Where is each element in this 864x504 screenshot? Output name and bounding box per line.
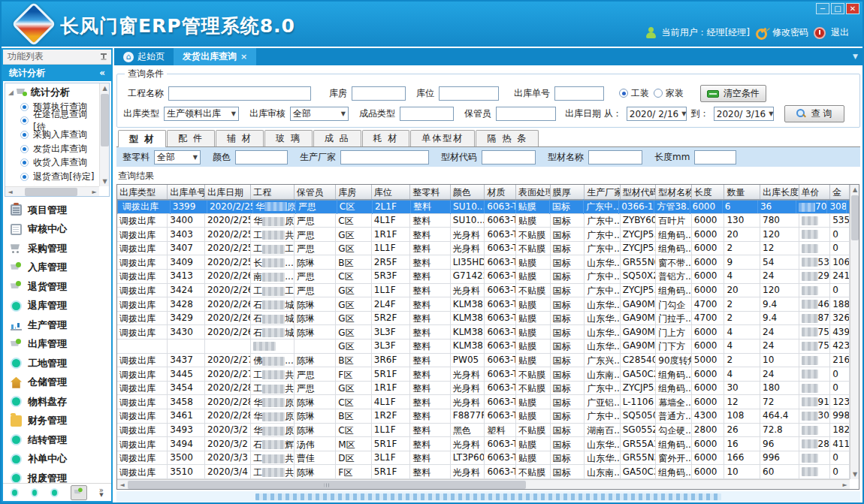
table-row[interactable]: 调拨出库34092020/2/25长...陈琳B区2R5F整料LI35HD606… bbox=[117, 255, 850, 270]
sidebar-item-物料盘存[interactable]: 物料盘存 bbox=[3, 392, 111, 412]
table-row[interactable]: 调拨出库34132020/2/26南...严思C区5R3F整料G71422606… bbox=[117, 270, 850, 284]
filter-input-生产厂家[interactable] bbox=[340, 150, 429, 164]
sidebar-item-补单中心[interactable]: 补单中心 bbox=[3, 450, 111, 469]
column-header-数量[interactable]: 数量 bbox=[724, 185, 760, 199]
table-row[interactable]: 调拨出库34292020/2/26石城陈琳G区5R2F整料KLM38176063… bbox=[117, 312, 850, 326]
tree-expand-icon[interactable]: ◢ bbox=[8, 89, 14, 96]
table-row[interactable]: 调拨出库34032020/2/25工共工程严思G区1R1F整料光身料6063-T… bbox=[117, 228, 850, 242]
column-header-出库类型[interactable]: 出库类型 bbox=[117, 185, 168, 199]
tree-item-采购入库查询[interactable]: 采购入库查询 bbox=[8, 128, 98, 142]
tree-item-收货入库查询[interactable]: 收货入库查询 bbox=[8, 155, 98, 170]
column-header-出库单号[interactable]: 出库单号 bbox=[168, 185, 205, 199]
module-dot-icon[interactable] bbox=[11, 488, 19, 497]
module-dot-icon[interactable] bbox=[31, 488, 39, 497]
tree-vertical-scrollbar[interactable]: ▲ ▼ bbox=[99, 83, 109, 186]
tree-item-退库管理[待定][interactable]: 退库管理[待定] bbox=[8, 184, 98, 186]
material-tab-耗材[interactable]: 耗 材 bbox=[362, 130, 410, 146]
sidebar-item-报废管理[interactable]: 报废管理 bbox=[3, 469, 111, 483]
table-row[interactable]: 调拨出库34942020/3/2石辉城汤伟M区5R1F整料光身料6063-T5贴… bbox=[117, 437, 850, 451]
outbound-type-select[interactable]: 生产领料出库▼ bbox=[164, 107, 239, 121]
column-header-库房[interactable]: 库房 bbox=[336, 185, 372, 199]
table-row[interactable]: 调拨出库34372020/2/27佛...陈琳B区3R6F整料PW056063-… bbox=[117, 354, 850, 368]
search-button[interactable]: 查 询 bbox=[784, 105, 844, 122]
collapse-icon[interactable]: « bbox=[99, 68, 105, 78]
table-row[interactable]: G区3L3F整料KLM38176063-T5贴膜国标山东华...GA90M09.… bbox=[117, 340, 850, 354]
tree-item-发货出库查询[interactable]: 发货出库查询 bbox=[8, 142, 98, 156]
stats-section-header[interactable]: 统计分析 « bbox=[3, 65, 111, 81]
tab-shipment-outbound-query[interactable]: 发货出库查询 × bbox=[174, 48, 256, 65]
column-header-材质[interactable]: 材质 bbox=[485, 185, 516, 199]
module-cart-button[interactable] bbox=[71, 485, 87, 500]
jiazhuang-radio[interactable]: 家装 bbox=[654, 87, 684, 100]
sidebar-item-采购管理[interactable]: 采购管理 bbox=[3, 239, 111, 258]
maximize-button[interactable]: □ bbox=[831, 3, 844, 14]
tab-close-icon[interactable]: × bbox=[240, 52, 247, 62]
filter-input-长度mm[interactable] bbox=[694, 150, 736, 164]
project-name-input[interactable] bbox=[168, 86, 311, 101]
minimize-button[interactable]: − bbox=[816, 3, 829, 14]
scroll-right-icon[interactable]: ► bbox=[840, 480, 850, 490]
product-type-input[interactable] bbox=[400, 107, 454, 121]
tree-item-退货查询[待定][interactable]: 退货查询[待定] bbox=[8, 170, 98, 184]
module-dot-icon[interactable] bbox=[50, 488, 59, 497]
sidebar-item-仓储管理[interactable]: 仓储管理 bbox=[3, 373, 111, 393]
date-from-select[interactable]: 2020/ 2/16▼ bbox=[627, 107, 687, 121]
column-header-颜色[interactable]: 颜色 bbox=[451, 185, 485, 199]
sidebar-item-结转管理[interactable]: 结转管理 bbox=[3, 430, 111, 450]
warehouse-input[interactable] bbox=[352, 86, 406, 101]
pin-icon[interactable] bbox=[101, 53, 107, 61]
sidebar-item-出库管理[interactable]: 出库管理 bbox=[3, 335, 111, 355]
table-vertical-scrollbar[interactable]: ▲ ▼ bbox=[850, 185, 859, 479]
table-row[interactable]: 调拨出库34542020/2/28工共工程严思G区1R1F整料光身料6063-T… bbox=[117, 382, 850, 396]
table-row[interactable]: 调拨出库34452020/2/27工共工程严思F区5R1F整料光身料6063-T… bbox=[117, 367, 850, 382]
order-no-input[interactable] bbox=[554, 86, 604, 101]
column-header-表面处理[interactable]: 表面处理 bbox=[516, 185, 551, 199]
sidebar-item-工地管理[interactable]: 工地管理 bbox=[3, 354, 111, 373]
date-to-select[interactable]: 2020/ 3/16▼ bbox=[714, 107, 774, 121]
close-button[interactable]: ✕ bbox=[846, 3, 859, 14]
column-header-出库日期[interactable]: 出库日期 bbox=[205, 185, 251, 199]
column-header-库位[interactable]: 库位 bbox=[372, 185, 411, 199]
sidebar-item-退库管理[interactable]: 退库管理 bbox=[3, 297, 111, 316]
gongzhuang-radio[interactable]: 工装 bbox=[619, 87, 649, 100]
filter-input-型材名称[interactable] bbox=[588, 150, 642, 164]
sidebar-item-审核中心[interactable]: 审核中心 bbox=[3, 220, 111, 240]
table-row[interactable]: 调拨出库33992020/2/25华原...严思C区2L1F整料SU10...6… bbox=[117, 200, 850, 214]
column-header-整零料[interactable]: 整零料 bbox=[410, 185, 451, 199]
column-header-膜厚[interactable]: 膜厚 bbox=[551, 185, 585, 199]
clear-conditions-button[interactable]: 清空条件 bbox=[700, 85, 766, 102]
sidebar-item-财务管理[interactable]: 财务管理 bbox=[3, 412, 111, 431]
column-header-长度[interactable]: 长度 bbox=[692, 185, 725, 199]
scroll-up-icon[interactable]: ▲ bbox=[100, 83, 110, 93]
column-header-生产厂家[interactable]: 生产厂家 bbox=[585, 185, 621, 199]
sidebar-item-退货管理[interactable]: 退货管理 bbox=[3, 277, 111, 297]
column-header-出库长度[interactable]: 出库长度 bbox=[760, 185, 799, 199]
sidebar-item-项目管理[interactable]: 项目管理 bbox=[3, 201, 111, 220]
table-row[interactable]: 调拨出库34612020/2/28华原...陈琳B区1R2F整料F8877FT6… bbox=[117, 409, 850, 424]
sidebar-item-生产管理[interactable]: 生产管理 bbox=[3, 315, 111, 335]
table-horizontal-scrollbar[interactable]: ◄ ► bbox=[117, 479, 850, 489]
scroll-down-icon[interactable]: ▼ bbox=[100, 177, 110, 186]
filter-select-整零料[interactable]: 全部▼ bbox=[154, 150, 201, 164]
material-tab-单体型材[interactable]: 单体型材 bbox=[410, 130, 475, 146]
table-row[interactable]: 调拨出库34002020/2/25华原...严思C区4L1F整料SU10...6… bbox=[117, 214, 850, 228]
column-header-金[interactable]: 金 bbox=[830, 185, 850, 199]
column-header-型材代码[interactable]: 型材代码 bbox=[621, 185, 657, 199]
more-modules-icon[interactable]: »▼ bbox=[99, 487, 104, 498]
table-row[interactable]: 调拨出库34582020/2/28华原...陈琳C区4L1F整料光身料6063-… bbox=[117, 395, 850, 409]
scroll-right-icon[interactable]: ► bbox=[89, 187, 99, 197]
column-header-保管员[interactable]: 保管员 bbox=[295, 185, 336, 199]
material-tab-型材[interactable]: 型 材 bbox=[118, 130, 166, 147]
table-row[interactable]: 调拨出库34302020/2/26石城陈琳G区3L3F整料KLM38176063… bbox=[117, 325, 850, 340]
material-tab-隔热条[interactable]: 隔 热 条 bbox=[476, 130, 539, 146]
scroll-down-icon[interactable]: ▼ bbox=[850, 469, 859, 479]
tree-horizontal-scrollbar[interactable]: ◄ ► bbox=[5, 186, 99, 196]
material-tab-辅材[interactable]: 辅 材 bbox=[216, 130, 264, 146]
sidebar-item-入库管理[interactable]: 入库管理 bbox=[3, 258, 111, 278]
tree-root[interactable]: ◢ 统计分析 bbox=[8, 85, 98, 100]
tree-item-在途信息查询[待[interactable]: 在途信息查询[待 bbox=[8, 114, 98, 128]
column-header-单价[interactable]: 单价 bbox=[799, 185, 831, 199]
tab-list-dropdown-icon[interactable]: ▼ bbox=[853, 53, 858, 60]
keeper-input[interactable] bbox=[496, 107, 556, 121]
table-row[interactable]: 调拨出库35102020/3/4工共工程陈琳F区5R1F整料光身料6063-T5… bbox=[117, 465, 850, 479]
